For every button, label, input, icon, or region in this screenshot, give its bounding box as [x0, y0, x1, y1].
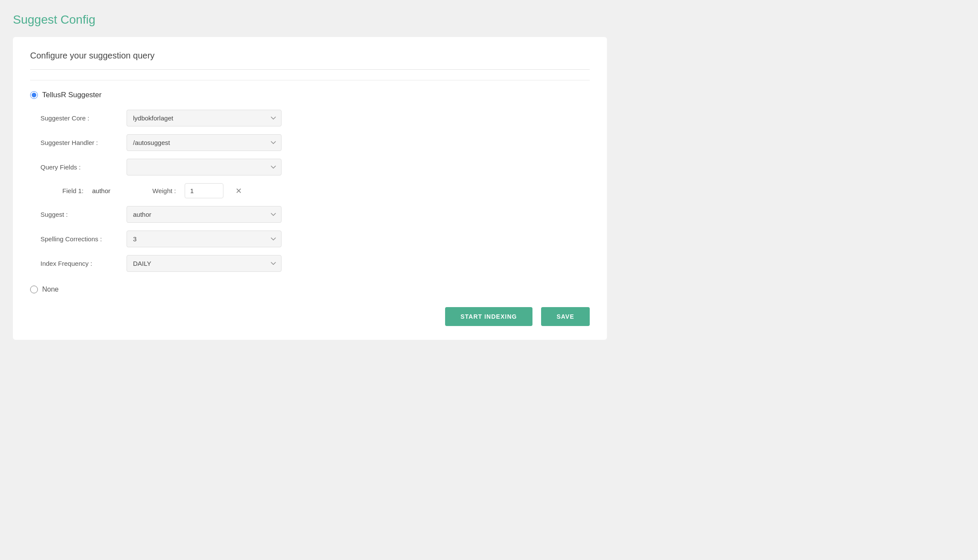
remove-field-button[interactable]: ✕: [232, 185, 245, 197]
index-frequency-select[interactable]: DAILY WEEKLY MONTHLY: [127, 255, 282, 272]
suggester-core-row: Suggester Core : lydbokforlaget: [30, 110, 590, 126]
suggest-row: Suggest : author: [30, 206, 590, 223]
query-fields-row: Query Fields :: [30, 159, 590, 175]
weight-label: Weight :: [152, 187, 176, 194]
field1-label: Field 1:: [40, 187, 84, 194]
start-indexing-button[interactable]: START INDEXING: [445, 307, 532, 326]
query-fields-label: Query Fields :: [40, 163, 127, 171]
suggest-label: Suggest :: [40, 211, 127, 218]
suggester-handler-select[interactable]: /autosuggest: [127, 134, 282, 151]
suggester-core-select[interactable]: lydbokforlaget: [127, 110, 282, 126]
query-fields-select[interactable]: [127, 159, 282, 175]
suggester-core-label: Suggester Core :: [40, 114, 127, 122]
suggest-select[interactable]: author: [127, 206, 282, 223]
divider: [30, 80, 590, 80]
index-frequency-label: Index Frequency :: [40, 260, 127, 267]
tellus-section: TellusR Suggester Suggester Core : lydbo…: [30, 91, 590, 272]
spelling-corrections-select[interactable]: 3: [127, 231, 282, 247]
none-label: None: [42, 286, 59, 293]
none-section: None: [30, 286, 590, 293]
save-button[interactable]: SAVE: [541, 307, 590, 326]
tellus-radio-row[interactable]: TellusR Suggester: [30, 91, 590, 99]
tellus-radio[interactable]: [30, 91, 38, 99]
card-header: Configure your suggestion query: [30, 51, 590, 70]
field1-row: Field 1: author Weight : ✕: [30, 183, 590, 198]
page-title: Suggest Config: [13, 13, 965, 27]
footer: START INDEXING SAVE: [30, 307, 590, 326]
field1-value: author: [92, 187, 144, 194]
suggester-handler-row: Suggester Handler : /autosuggest: [30, 134, 590, 151]
spelling-corrections-row: Spelling Corrections : 3: [30, 231, 590, 247]
weight-input[interactable]: [185, 183, 223, 198]
tellus-radio-label: TellusR Suggester: [42, 91, 102, 99]
suggester-handler-label: Suggester Handler :: [40, 139, 127, 146]
spelling-corrections-label: Spelling Corrections :: [40, 235, 127, 243]
main-card: Configure your suggestion query TellusR …: [13, 37, 607, 340]
none-radio[interactable]: [30, 286, 38, 293]
index-frequency-row: Index Frequency : DAILY WEEKLY MONTHLY: [30, 255, 590, 272]
